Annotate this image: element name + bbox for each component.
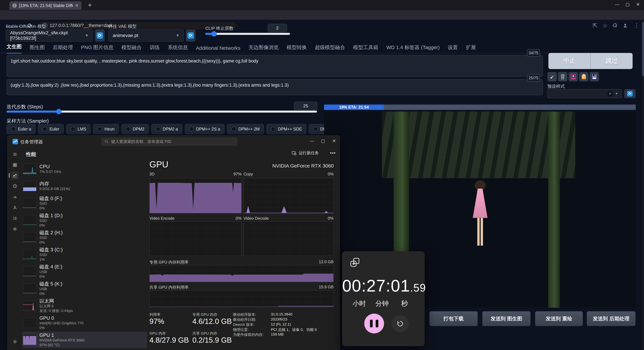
nav-startup-apps-button[interactable] xyxy=(11,193,19,201)
tab-extras[interactable]: 后期处理 xyxy=(53,44,73,54)
window-close-button[interactable]: ✕ xyxy=(633,1,643,8)
new-task-icon xyxy=(292,151,296,155)
run-new-task-button[interactable]: 运行新任务 xyxy=(292,150,319,156)
new-tab-button[interactable]: + xyxy=(86,1,94,9)
paste-generation-params-button[interactable]: ↙ xyxy=(548,72,557,81)
perf-item-cpu[interactable]: CPU7% 5.07 GHz xyxy=(22,161,147,177)
tab-checkpoint-merger[interactable]: 模型融合 xyxy=(122,44,142,54)
task-manager-titlebar[interactable]: 任务管理器 — ▢ ✕ xyxy=(8,136,340,148)
clip-skip-slider[interactable] xyxy=(205,33,290,35)
tab-additional-networks[interactable]: Additional Networks xyxy=(196,45,240,54)
sampler-option[interactable]: DPM2 xyxy=(122,124,149,134)
vae-refresh-button[interactable]: ⟳ xyxy=(186,29,196,41)
tm-close-button[interactable]: ✕ xyxy=(328,136,340,146)
sampler-option[interactable]: DPM++ 2M xyxy=(227,124,264,134)
vae-dropdown[interactable]: animevae.pt▼ xyxy=(108,29,184,41)
tab-super-merger[interactable]: 超级模型融合 xyxy=(315,44,345,54)
pause-button[interactable] xyxy=(364,314,384,334)
nav-details-button[interactable] xyxy=(11,214,19,222)
sampler-option[interactable]: Heun xyxy=(93,124,119,134)
extensions-puzzle-icon[interactable] xyxy=(610,21,620,30)
disk-mini-chart xyxy=(23,266,36,277)
perf-item-disk4[interactable]: 磁盘 4 (E:)USB0% xyxy=(22,263,147,280)
model-dropdown[interactable]: AbyssOrangeMix2_sfw.ckpt [f75b19923f]▼ xyxy=(6,29,93,41)
apply-style-button[interactable] xyxy=(579,72,588,81)
tab-wd-tagger[interactable]: WD 1.4 标签器 (Tagger) xyxy=(386,44,440,54)
reset-button[interactable] xyxy=(392,315,408,332)
send-to-img2img-button[interactable]: 发送到 图生图 xyxy=(482,311,530,326)
search-input[interactable] xyxy=(111,139,234,144)
nav-menu-button[interactable] xyxy=(11,150,19,158)
profile-avatar-icon[interactable] xyxy=(620,21,630,30)
share-icon[interactable]: ⇱ xyxy=(590,21,600,30)
model-refresh-button[interactable]: ⟳ xyxy=(95,29,105,41)
task-manager-window[interactable]: 任务管理器 — ▢ ✕ 性能 运行新任务 ••• xyxy=(8,135,340,350)
tab-system-info[interactable]: 系统信息 xyxy=(168,44,188,54)
tab-settings[interactable]: 设置 xyxy=(448,44,458,54)
tab-txt2img[interactable]: 文生图 xyxy=(6,43,22,54)
nav-users-button[interactable] xyxy=(11,204,19,212)
send-to-extras-button[interactable]: 发送到 后期处理 xyxy=(587,311,636,326)
save-style-button[interactable] xyxy=(590,72,599,81)
perf-item-disk2[interactable]: 磁盘 2 (H:)SSD0% xyxy=(22,229,147,246)
interrupt-button[interactable]: 中止 xyxy=(548,53,590,69)
window-maximize-button[interactable]: ▢ xyxy=(623,1,632,8)
clear-prompt-button[interactable] xyxy=(558,72,567,81)
slider-handle[interactable] xyxy=(211,31,217,36)
tab-png-info[interactable]: PNG 图片信息 xyxy=(81,44,113,54)
perf-item-ethernet[interactable]: 以太网以太网 6发送: 0 接收: 0 Kbps xyxy=(22,297,147,314)
nav-performance-button[interactable] xyxy=(11,171,19,179)
download-zip-button[interactable]: 打包下载 xyxy=(430,311,478,326)
stopwatch-overlay[interactable]: 00:27:01.59 小时 分钟 秒 xyxy=(342,251,425,346)
tab-extensions[interactable]: 扩展 xyxy=(466,44,476,54)
clear-selection-icon[interactable]: ✕ xyxy=(607,91,613,96)
perf-item-disk1[interactable]: 磁盘 1 (D:)SSD0% xyxy=(22,212,147,228)
perf-item-gpu1[interactable]: GPU 1NVIDIA GeForce RTX 306097% (61 °C) xyxy=(22,332,147,348)
nav-services-button[interactable] xyxy=(11,225,19,233)
settings-gear-icon[interactable] xyxy=(11,338,19,346)
tab-model-converter[interactable]: 模型转换 xyxy=(286,44,307,54)
tm-minimize-button[interactable]: — xyxy=(306,136,318,146)
steps-slider[interactable] xyxy=(6,111,317,113)
nav-app-history-button[interactable] xyxy=(11,182,19,190)
slider-handle[interactable] xyxy=(56,109,62,114)
nav-processes-button[interactable] xyxy=(11,161,19,169)
task-manager-search[interactable] xyxy=(102,138,237,146)
more-options-icon[interactable]: ••• xyxy=(330,150,336,156)
negative-prompt-textarea[interactable]: (ugly:1.3),(low quality:2) ,(low res),(b… xyxy=(6,79,543,95)
tm-maximize-button[interactable]: ▢ xyxy=(318,136,328,146)
bookmark-star-icon[interactable]: ☆ xyxy=(600,21,610,30)
sampler-option[interactable]: Euler xyxy=(38,124,64,134)
tree-trunk-decor xyxy=(548,112,560,308)
styles-dropdown[interactable]: ✕ ▾ xyxy=(548,89,622,98)
steps-value[interactable]: 25 xyxy=(294,102,317,110)
send-to-inpaint-button[interactable]: 发送到 重绘 xyxy=(535,311,583,326)
expand-window-icon[interactable] xyxy=(350,257,360,267)
perf-item-disk3[interactable]: 磁盘 3 (C:)SSD1% xyxy=(22,246,147,263)
sampler-option[interactable]: Euler a xyxy=(6,124,36,134)
perf-item-disk5[interactable]: 磁盘 5 (K:)USB0% xyxy=(22,280,147,297)
browser-tab[interactable]: [19% ETA: 21:54] Stable Diffusi ✕ xyxy=(10,1,82,10)
clip-skip-value[interactable]: 2 xyxy=(268,24,287,32)
tab-img2img[interactable]: 图生图 xyxy=(30,44,45,54)
tab-close-icon[interactable]: ✕ xyxy=(75,3,78,8)
styles-refresh-button[interactable]: ⟳ xyxy=(624,89,636,98)
sampler-option[interactable]: DPM2 a xyxy=(151,124,182,134)
tab-model-toolkit[interactable]: 模型工具箱 xyxy=(353,44,378,54)
scrollbar-thumb[interactable] xyxy=(642,22,644,76)
tab-image-browser[interactable]: 无边图像浏览 xyxy=(248,44,278,54)
memory-mini-chart xyxy=(23,181,36,191)
extra-networks-button[interactable] xyxy=(568,72,578,81)
window-minimize-button[interactable]: — xyxy=(612,1,622,8)
sampler-option[interactable]: DPM++ SDE xyxy=(266,124,306,134)
prompt-textarea[interactable]: 1girl,short hair,outdoor,blue sky,best q… xyxy=(6,55,543,77)
browser-menu-icon[interactable]: ⋮ xyxy=(632,21,641,30)
page-scrollbar[interactable] xyxy=(642,20,644,350)
sampler-option[interactable]: DPM++ 2S a xyxy=(185,124,224,134)
tab-train[interactable]: 训练 xyxy=(150,44,160,54)
skip-button[interactable]: 跳过 xyxy=(590,53,632,69)
perf-item-disk0[interactable]: 磁盘 0 (F:)SSD0% xyxy=(22,195,147,211)
perf-item-memory[interactable]: 内存9.9/31.8 GB (31%) xyxy=(22,178,147,194)
perf-item-gpu0[interactable]: GPU 0Intel(R) UHD Graphics 7700% xyxy=(22,315,147,331)
sampler-option[interactable]: LMS xyxy=(66,124,90,134)
